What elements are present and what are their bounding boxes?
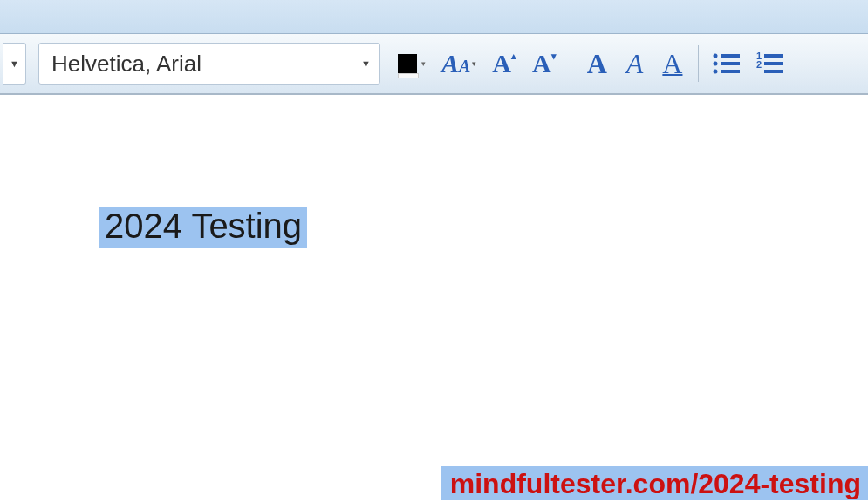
bold-icon: A	[587, 48, 607, 80]
bullet-list-icon	[711, 51, 742, 77]
svg-rect-3	[721, 62, 740, 65]
formatting-toolbar: ▼ Helvetica, Arial ▼ ▾ AA ▾ A▴ A▾ A A A	[0, 34, 868, 95]
separator	[571, 45, 571, 82]
decrease-font-icon: A▾	[532, 49, 557, 78]
watermark-link: mindfultester.com/2024-testing	[441, 466, 868, 500]
text-highlight-button[interactable]: AA ▾	[434, 44, 483, 83]
svg-point-2	[714, 62, 718, 66]
svg-point-4	[714, 70, 718, 74]
selected-text[interactable]: 2024 Testing	[99, 207, 307, 248]
chevron-down-icon: ▼	[10, 58, 19, 69]
chevron-down-icon: ▾	[472, 59, 476, 68]
svg-rect-7	[764, 54, 783, 58]
decrease-font-button[interactable]: A▾	[525, 44, 564, 83]
svg-rect-9	[764, 62, 783, 65]
ribbon-header	[0, 0, 868, 34]
increase-font-icon: A▴	[492, 49, 516, 78]
chevron-down-icon: ▼	[361, 58, 371, 69]
bold-button[interactable]: A	[578, 44, 616, 83]
document-canvas[interactable]: 2024 Testing mindfultester.com/2024-test…	[0, 95, 868, 502]
partial-dropdown[interactable]: ▼	[3, 43, 26, 85]
separator	[698, 45, 699, 82]
underline-icon: A	[662, 48, 682, 80]
font-color-swatch[interactable]	[398, 54, 417, 73]
font-name-display: Helvetica, Arial	[51, 51, 202, 78]
underline-button[interactable]: A	[653, 44, 691, 83]
numbered-list-icon: 1 2	[755, 51, 786, 77]
numbered-list-button[interactable]: 1 2	[749, 44, 791, 83]
svg-point-0	[714, 54, 718, 58]
svg-text:2: 2	[756, 59, 762, 70]
svg-rect-5	[721, 70, 740, 73]
svg-rect-1	[721, 54, 740, 58]
italic-icon: A	[626, 48, 644, 80]
highlight-icon: AA	[441, 49, 470, 78]
bullet-list-button[interactable]	[706, 44, 748, 83]
chevron-down-icon[interactable]: ▾	[421, 59, 426, 68]
italic-button[interactable]: A	[618, 44, 653, 83]
increase-font-button[interactable]: A▴	[485, 44, 523, 83]
font-family-selector[interactable]: Helvetica, Arial ▼	[38, 43, 380, 85]
svg-rect-10	[764, 70, 783, 73]
